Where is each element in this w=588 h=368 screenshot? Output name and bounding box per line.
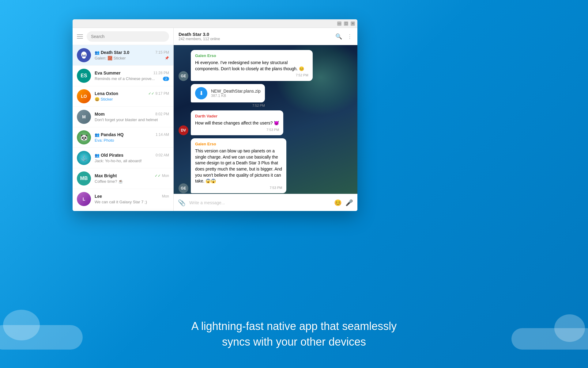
avatar-death-star (77, 48, 91, 62)
message-text-3: How will these changes affect the users?… (195, 120, 279, 126)
chat-info-mom: Mom 8:02 PM Don't forget your blaster an… (95, 112, 169, 122)
chat-time-mom: 8:02 PM (155, 112, 169, 116)
chat-preview-lee: We can call it Galaxy Star 7 ;) (95, 200, 147, 204)
chat-list: 👥 Death Star 3.0 7:15 PM Galen: 🧱 Sticke… (73, 45, 173, 211)
file-attachment[interactable]: ⬇ NEW_DeathStar.plans.zip 387.1 KB (191, 84, 265, 102)
avatar-lee: L (77, 192, 91, 206)
voice-icon[interactable]: 🎤 (345, 199, 353, 206)
file-name: NEW_DeathStar.plans.zip (211, 89, 261, 94)
chat-info-death-star: 👥 Death Star 3.0 7:15 PM Galen: 🧱 Sticke… (95, 50, 169, 60)
chat-name-death-star: 👥 Death Star 3.0 (95, 50, 129, 55)
sender-name-galen: Galen Erso (195, 53, 308, 59)
chat-preview-pandas: Eva: Photo (95, 138, 114, 143)
chat-time-lee: Mon (162, 194, 169, 198)
avatar-pandas-hq: 🐼 (77, 130, 91, 144)
message-meta-1: 7:52 PM (195, 73, 308, 78)
file-size: 387.1 KB (211, 94, 261, 98)
chat-item-mom[interactable]: M Mom 8:02 PM Don't forget your blaster … (73, 107, 173, 127)
avatar-old-pirates: ⚓ (77, 151, 91, 165)
chat-name-pandas-hq: 👥 Pandas HQ (95, 132, 124, 137)
message-row-2: GE ⬇ NEW_DeathStar.plans.zip 387.1 KB 7:… (179, 84, 352, 107)
msg-avatar-galen: GE (179, 71, 188, 81)
search-box[interactable] (87, 31, 169, 42)
msg-avatar-galen3: GE (179, 183, 188, 193)
tagline-line2: syncs with your other devices (0, 334, 588, 350)
group-icon: 👥 (95, 50, 100, 55)
file-info: NEW_DeathStar.plans.zip 387.1 KB (211, 89, 261, 98)
chat-item-lena-oxton[interactable]: LO Lena Oxton ✓✓ 9:17 PM 😀 Sticker (73, 86, 173, 107)
message-row-4: GE Galen Erso This version can blow up t… (179, 138, 352, 193)
chat-info-old-pirates: 👥 Old Pirates 0:02 AM Jack: Yo-ho-ho, al… (95, 153, 169, 163)
message-text-1: Hi everyone. I've redesigned some key st… (195, 60, 308, 72)
title-bar: — ☐ ✕ (73, 19, 357, 28)
app-window: — ☐ ✕ (73, 19, 357, 211)
chat-item-pandas-hq[interactable]: 🐼 👥 Pandas HQ 1:14 AM Eva: Photo (73, 127, 173, 148)
message-input[interactable] (189, 200, 330, 205)
pin-icon: 📌 (165, 56, 169, 60)
file-meta: 7:52 PM (191, 104, 265, 107)
tagline: A lightning-fast native app that seamles… (0, 319, 588, 350)
message-meta-3: 7:53 PM (195, 128, 279, 132)
message-bubble-4: Galen Erso This version can blow up two … (191, 138, 286, 193)
emoji-icon[interactable]: 😊 (334, 199, 342, 206)
chat-preview-old-pirates: Jack: Yo-ho-ho, all aboard! (95, 159, 142, 163)
messages-content: GE Galen Erso Hi everyone. I've redesign… (179, 50, 352, 194)
search-chat-icon[interactable]: 🔍 (335, 33, 342, 40)
chat-header-name: Death Star 3.0 (179, 32, 335, 37)
minimize-button[interactable]: — (337, 21, 341, 26)
svg-rect-2 (82, 56, 86, 56)
tick-icon-max: ✓✓ (155, 174, 161, 178)
chat-info-max-bright: Max Bright ✓✓ Mon Coffee time? ☕ (95, 173, 169, 184)
chat-header-actions: 🔍 ⋮ (335, 33, 352, 40)
chat-info-pandas-hq: 👥 Pandas HQ 1:14 AM Eva: Photo (95, 132, 169, 143)
message-bubble-1: Galen Erso Hi everyone. I've redesigned … (191, 50, 313, 81)
chat-item-lee[interactable]: L Lee Mon We can call it Galaxy Star 7 ;… (73, 189, 173, 209)
avatar-eva-summer: ES (77, 69, 91, 83)
chat-header-status: 242 members, 112 online (179, 37, 335, 41)
chat-header: Death Star 3.0 242 members, 112 online 🔍… (174, 28, 357, 45)
chat-name-max-bright: Max Bright (95, 173, 117, 178)
chat-item-death-star[interactable]: 👥 Death Star 3.0 7:15 PM Galen: 🧱 Sticke… (73, 45, 173, 66)
message-row-1: GE Galen Erso Hi everyone. I've redesign… (179, 50, 352, 81)
chat-time-death-star: 7:15 PM (155, 50, 169, 55)
file-attachment-container: ⬇ NEW_DeathStar.plans.zip 387.1 KB 7:52 … (191, 84, 265, 107)
chat-item-old-pirates[interactable]: ⚓ 👥 Old Pirates 0:02 AM Jack: Yo-ho-ho, … (73, 148, 173, 168)
chat-panel: Death Star 3.0 242 members, 112 online 🔍… (174, 28, 357, 211)
avatar-max-bright: MB (77, 171, 91, 186)
messages-area[interactable]: GE Galen Erso Hi everyone. I've redesign… (174, 45, 357, 194)
chat-preview-eva-summer: Reminds me of a Chinese prove... (95, 76, 155, 81)
chat-preview-mom: Don't forget your blaster and helmet (95, 117, 158, 122)
close-button[interactable]: ✕ (351, 21, 355, 26)
chat-name-mom: Mom (95, 112, 105, 117)
chat-header-info: Death Star 3.0 242 members, 112 online (179, 32, 335, 41)
message-meta-4: 7:53 PM (195, 186, 282, 190)
tagline-line1: A lightning-fast native app that seamles… (0, 319, 588, 334)
chat-time-pandas-hq: 1:14 AM (156, 132, 169, 137)
message-bubble-3: Darth Vader How will these changes affec… (191, 110, 283, 135)
chat-name-lee: Lee (95, 194, 102, 199)
tick-icon-lena: ✓✓ (148, 91, 154, 96)
chat-item-eva-summer[interactable]: ES Eva Summer 11:28 PM Reminds me of a C… (73, 66, 173, 86)
svg-point-4 (85, 54, 86, 56)
chat-preview-death-star: Galen: 🧱 Sticker (95, 56, 126, 60)
message-row-3: DV Darth Vader How will these changes af… (179, 110, 352, 135)
chat-item-alexandra-z[interactable]: AZ Alexandra Z Mon Workout_Shedule.pdf (73, 209, 173, 211)
avatar-mom: M (77, 110, 91, 124)
maximize-button[interactable]: ☐ (344, 21, 348, 26)
chat-info-eva-summer: Eva Summer 11:28 PM Reminds me of a Chin… (95, 71, 169, 81)
svg-point-3 (82, 54, 84, 56)
menu-button[interactable] (77, 34, 83, 39)
chat-info-lee: Lee Mon We can call it Galaxy Star 7 ;) (95, 194, 169, 204)
sender-name-galen2: Galen Erso (195, 141, 282, 147)
avatar-lena-oxton: LO (77, 89, 91, 103)
sidebar: 👥 Death Star 3.0 7:15 PM Galen: 🧱 Sticke… (73, 28, 174, 211)
more-options-icon[interactable]: ⋮ (347, 33, 352, 40)
search-input[interactable] (91, 34, 165, 39)
chat-item-max-bright[interactable]: MB Max Bright ✓✓ Mon Coffee time? ☕ (73, 168, 173, 189)
chat-preview-lena: 😀 Sticker (95, 97, 113, 102)
unread-badge-eva: 2 (163, 77, 169, 81)
chat-name-eva-summer: Eva Summer (95, 71, 121, 75)
message-text-4: This version can blow up two planets on … (195, 148, 282, 184)
attachment-icon[interactable]: 📎 (178, 199, 186, 206)
chat-preview-max-bright: Coffee time? ☕ (95, 179, 123, 184)
